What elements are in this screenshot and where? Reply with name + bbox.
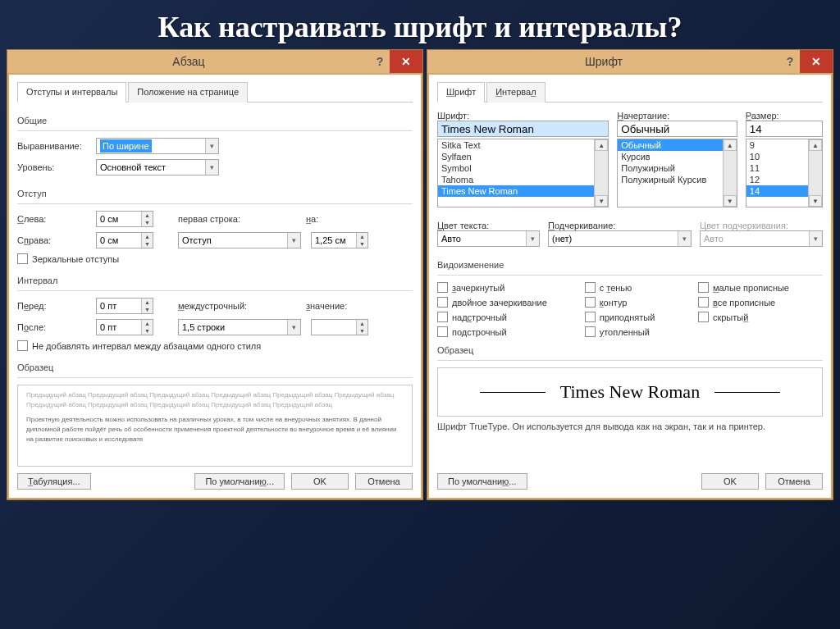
spin-indent-left[interactable]: ▲▼ <box>96 211 153 227</box>
label-underline: Подчеркивание: <box>548 221 615 230</box>
group-effects: Видоизменение <box>437 260 823 270</box>
scroll-down-icon[interactable]: ▼ <box>724 195 737 207</box>
ok-button[interactable]: OK <box>701 473 759 490</box>
spin-at[interactable]: ▲▼ <box>311 319 368 335</box>
help-button[interactable]: ? <box>370 55 390 68</box>
spin-indent-right[interactable]: ▲▼ <box>96 232 153 248</box>
font-dialog: Шрифт ? ✕ Шрифт Интервал Шрифт: ▲ Sitka … <box>427 49 833 500</box>
list-item[interactable]: Sitka Text <box>438 139 595 151</box>
font-titlebar: Шрифт ? ✕ <box>427 50 833 73</box>
default-button[interactable]: По умолчанию... <box>437 473 527 490</box>
chevron-down-icon: ▾ <box>678 231 691 246</box>
tab-indents[interactable]: Отступы и интервалы <box>17 82 126 103</box>
font-tabstrip: Шрифт Интервал <box>437 81 823 103</box>
scroll-up-icon[interactable]: ▲ <box>595 139 608 151</box>
chevron-down-icon: ▾ <box>205 160 218 175</box>
check-allcaps[interactable]: все прописные <box>698 297 823 308</box>
spin-after[interactable]: ▲▼ <box>96 319 153 335</box>
scroll-down-icon[interactable]: ▼ <box>809 195 822 207</box>
list-item[interactable]: Symbol <box>438 162 595 174</box>
check-shadow[interactable]: с тенью <box>585 282 698 293</box>
list-item[interactable]: Sylfaen <box>438 151 595 162</box>
label-at: значение: <box>306 301 347 311</box>
label-textcolor: Цвет текста: <box>437 221 489 230</box>
tabs-button[interactable]: Табуляция... <box>17 473 91 490</box>
list-item[interactable]: Обычный <box>618 139 724 151</box>
label-by: на: <box>306 214 318 224</box>
label-ulcolor: Цвет подчеркивания: <box>700 221 788 230</box>
scroll-up-icon[interactable]: ▲ <box>724 139 737 151</box>
close-button[interactable]: ✕ <box>390 50 422 73</box>
list-font[interactable]: ▲ Sitka Text Sylfaen Symbol Tahoma Times… <box>437 139 609 207</box>
check-subscript[interactable]: подстрочный <box>437 326 585 337</box>
tab-charspacing[interactable]: Интервал <box>486 82 545 103</box>
combo-level[interactable]: Основной текст▾ <box>96 159 219 175</box>
paragraph-titlebar: Абзац ? ✕ <box>7 50 422 73</box>
scroll-down-icon[interactable]: ▼ <box>595 195 608 207</box>
combo-firstline[interactable]: Отступ▾ <box>178 232 301 248</box>
scroll-up-icon[interactable]: ▲ <box>809 139 822 151</box>
list-item[interactable]: 12 <box>746 174 809 185</box>
cancel-button[interactable]: Отмена <box>765 473 823 490</box>
label-alignment: Выравнивание: <box>17 141 91 151</box>
check-smallcaps[interactable]: малые прописные <box>698 282 823 293</box>
paragraph-tabstrip: Отступы и интервалы Положение на страниц… <box>17 81 413 103</box>
group-preview: Образец <box>17 362 413 372</box>
tab-pageposition[interactable]: Положение на странице <box>128 82 248 103</box>
input-style[interactable] <box>617 121 737 137</box>
chevron-down-icon: ▾ <box>205 139 218 153</box>
list-item[interactable]: 11 <box>746 162 809 174</box>
combo-textcolor[interactable]: Авто▾ <box>437 230 540 247</box>
label-after: После: <box>17 322 91 332</box>
check-samestyle[interactable]: Не добавлять интервал между абзацами одн… <box>17 340 261 351</box>
font-dialog-title: Шрифт <box>427 55 780 68</box>
list-item[interactable]: Times New Roman <box>438 185 595 197</box>
group-spacing: Интервал <box>17 276 413 285</box>
chevron-down-icon: ▾ <box>287 233 300 248</box>
combo-linespacing[interactable]: 1,5 строки▾ <box>178 319 301 335</box>
check-superscript[interactable]: надстрочный <box>437 312 585 322</box>
close-button[interactable]: ✕ <box>800 50 833 73</box>
font-preview: Times New Roman <box>437 367 823 417</box>
paragraph-dialog: Абзац ? ✕ Отступы и интервалы Положение … <box>7 49 423 500</box>
spin-before[interactable]: ▲▼ <box>96 298 153 314</box>
chevron-down-icon: ▾ <box>287 320 300 335</box>
font-desc: Шрифт TrueType. Он используется для выво… <box>437 422 823 431</box>
spin-by[interactable]: ▲▼ <box>311 232 368 248</box>
label-font: Шрифт: <box>437 111 469 121</box>
list-style[interactable]: ▲ Обычный Курсив Полужирный Полужирный К… <box>617 139 737 207</box>
check-dblstrike[interactable]: двойное зачеркивание <box>437 297 585 308</box>
check-outline[interactable]: контур <box>585 297 698 308</box>
group-indent: Отступ <box>17 189 413 198</box>
check-strikethrough[interactable]: зачеркнутый <box>437 282 585 293</box>
chevron-down-icon: ▾ <box>526 231 539 246</box>
label-linespacing: междустрочный: <box>178 301 276 311</box>
label-indent-right: Справа: <box>17 235 91 245</box>
check-engrave[interactable]: утопленный <box>585 326 698 337</box>
slide-title: Как настраивать шрифт и интервалы? <box>0 0 840 49</box>
check-mirror-indents[interactable]: Зеркальные отступы <box>17 253 119 264</box>
combo-underline[interactable]: (нет)▾ <box>548 230 692 247</box>
tab-font[interactable]: Шрифт <box>437 82 485 103</box>
list-item[interactable]: 14 <box>746 185 809 197</box>
paragraph-preview: Предыдущий абзац Предыдущий абзац Предыд… <box>17 385 413 467</box>
check-hidden[interactable]: скрытый <box>698 312 823 322</box>
list-item[interactable]: Tahoma <box>438 174 595 185</box>
cancel-button[interactable]: Отмена <box>355 473 413 490</box>
combo-alignment[interactable]: По ширине▾ <box>96 138 219 154</box>
label-before: Перед: <box>17 301 91 311</box>
check-emboss[interactable]: приподнятый <box>585 312 698 322</box>
list-size[interactable]: ▲ 9 10 11 12 14 ▼ <box>746 139 823 207</box>
default-button[interactable]: По умолчанию... <box>194 473 285 490</box>
label-size: Размер: <box>746 111 779 121</box>
input-fontname[interactable] <box>437 121 609 137</box>
input-size[interactable] <box>746 121 823 137</box>
list-item[interactable]: Курсив <box>618 151 724 162</box>
list-item[interactable]: Полужирный <box>618 162 724 174</box>
list-item[interactable]: 9 <box>746 139 809 151</box>
list-item[interactable]: Полужирный Курсив <box>618 174 724 185</box>
chevron-down-icon: ▾ <box>809 231 822 246</box>
help-button[interactable]: ? <box>780 55 800 68</box>
ok-button[interactable]: OK <box>291 473 349 490</box>
list-item[interactable]: 10 <box>746 151 809 162</box>
